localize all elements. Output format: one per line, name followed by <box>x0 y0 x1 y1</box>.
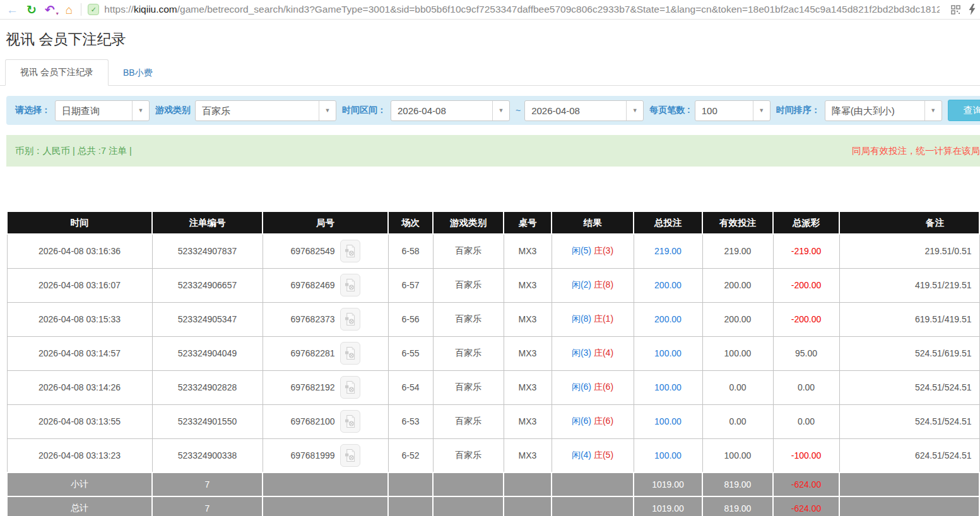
game-type-select[interactable]: 百家乐 ▼ <box>195 100 336 121</box>
payout-cell: 95.00 <box>773 336 839 370</box>
bet-id-cell: 523324907837 <box>152 234 263 268</box>
table-row: 2026-04-08 03:13:23523324900338697681999… <box>7 438 979 472</box>
address-bar[interactable]: https://kiqiiu.com/game/betrecord_search… <box>104 4 940 15</box>
url-domain: kiqiiu.com <box>134 4 177 15</box>
time-cell: 2026-04-08 03:14:57 <box>7 336 152 370</box>
footer-cell <box>552 496 634 516</box>
undo-icon[interactable]: ↶ <box>45 4 55 16</box>
valid-bet-cell: 100.00 <box>702 438 773 472</box>
note-cell: 524.51/524.51 <box>839 404 979 438</box>
payout-cell: -100.00 <box>773 438 839 472</box>
result-player: 闲(5) <box>572 245 591 255</box>
time-cell: 2026-04-08 03:15:33 <box>7 302 152 336</box>
footer-cell: 7 <box>152 472 263 496</box>
sort-value: 降幂(由大到小) <box>825 101 924 120</box>
undo-dropdown-caret-icon[interactable]: ▾ <box>56 11 59 19</box>
bet-id-cell: 523324901550 <box>152 404 263 438</box>
footer-cell <box>433 496 504 516</box>
tab-bb-tip[interactable]: BB小费 <box>109 61 167 86</box>
tab-bet-records[interactable]: 视讯 会员下注纪录 <box>5 59 109 86</box>
chevron-down-icon: ▼ <box>753 101 770 120</box>
result-player: 闲(8) <box>572 314 591 324</box>
footer-cell: -624.00 <box>773 496 839 516</box>
page-size-select[interactable]: 100 ▼ <box>695 100 770 121</box>
security-shield-icon[interactable]: ✓ <box>88 4 99 15</box>
column-header: 场次 <box>388 211 433 234</box>
result-banker: 庄(1) <box>594 314 613 324</box>
table-number-cell: MX3 <box>504 404 552 438</box>
footer-cell <box>552 472 634 496</box>
result-player: 闲(6) <box>572 382 591 392</box>
film-icon <box>344 346 356 360</box>
table-row: 2026-04-08 03:14:26523324902828697682192… <box>7 370 979 404</box>
footer-cell <box>388 472 433 496</box>
valid-bet-cell: 0.00 <box>702 404 773 438</box>
result-cell: 闲(5) 庄(3) <box>552 234 634 268</box>
footer-cell: -624.00 <box>773 472 839 496</box>
home-icon[interactable]: ⌂ <box>66 4 73 16</box>
valid-bet-cell: 219.00 <box>702 234 773 268</box>
game-type-value: 百家乐 <box>196 101 319 120</box>
query-type-select[interactable]: 日期查询 ▼ <box>55 100 150 121</box>
session-cell: 6-58 <box>388 234 433 268</box>
grand-total-row: 总计71019.00819.00-624.00 <box>7 496 979 516</box>
footer-cell <box>263 472 388 496</box>
date-from-value: 2026-04-08 <box>391 101 492 120</box>
bet-id-cell: 523324900338 <box>152 438 263 472</box>
refresh-icon[interactable]: ↻ <box>27 4 37 16</box>
date-range-tilde: ~ <box>516 105 521 115</box>
payout-cell: 0.00 <box>773 370 839 404</box>
footer-cell: 819.00 <box>702 472 773 496</box>
lightning-icon[interactable] <box>968 4 976 15</box>
video-replay-button[interactable] <box>340 274 360 296</box>
table-number-cell: MX3 <box>504 302 552 336</box>
round-id-cell: 697682549 <box>263 234 388 268</box>
result-banker: 庄(5) <box>594 450 613 460</box>
footer-cell <box>839 472 979 496</box>
result-player: 闲(2) <box>572 279 591 290</box>
sort-select[interactable]: 降幂(由大到小) ▼ <box>825 100 942 121</box>
qr-code-icon[interactable] <box>951 5 960 15</box>
result-banker: 庄(6) <box>594 416 613 426</box>
footer-cell <box>388 496 433 516</box>
time-cell: 2026-04-08 03:13:23 <box>7 438 152 472</box>
column-header: 注单编号 <box>152 211 263 234</box>
table-number-cell: MX3 <box>504 370 552 404</box>
game-type-cell: 百家乐 <box>433 370 504 404</box>
time-cell: 2026-04-08 03:13:55 <box>7 404 152 438</box>
game-type-cell: 百家乐 <box>433 404 504 438</box>
video-replay-button[interactable] <box>340 240 360 262</box>
result-cell: 闲(2) 庄(8) <box>552 268 634 302</box>
page-title: 视讯 会员下注纪录 <box>6 30 980 49</box>
video-replay-button[interactable] <box>340 308 360 331</box>
bet-id-cell: 523324906657 <box>152 268 263 302</box>
result-cell: 闲(6) 庄(6) <box>552 370 634 404</box>
date-from-select[interactable]: 2026-04-08 ▼ <box>391 100 510 121</box>
filter-bar: 请选择： 日期查询 ▼ 游戏类别 百家乐 ▼ 时间区间： 2026-04-08 … <box>6 96 980 125</box>
toolbar-divider <box>81 3 81 16</box>
bet-id-cell: 523324902828 <box>152 370 263 404</box>
video-replay-button[interactable] <box>340 444 360 467</box>
result-cell: 闲(8) 庄(1) <box>552 302 634 336</box>
result-cell: 闲(6) 庄(6) <box>552 404 634 438</box>
note-cell: 419.51/219.51 <box>839 268 979 302</box>
table-row: 2026-04-08 03:14:57523324904049697682281… <box>7 336 979 370</box>
footer-cell <box>263 496 388 516</box>
url-path: /game/betrecord_search/kind3?GameType=30… <box>177 4 940 15</box>
column-header: 总派彩 <box>773 211 839 234</box>
table-row: 2026-04-08 03:15:33523324905347697682373… <box>7 302 979 336</box>
chevron-down-icon: ▼ <box>492 101 509 120</box>
column-header: 有效投注 <box>702 211 773 234</box>
video-replay-button[interactable] <box>340 342 360 365</box>
browser-toolbar: ← ↻ ↶ ▾ ⌂ ✓ https://kiqiiu.com/game/betr… <box>0 0 980 20</box>
table-number-cell: MX3 <box>504 268 552 302</box>
game-type-cell: 百家乐 <box>433 302 504 336</box>
bet-records-table: 时间注单编号局号场次游戏类别桌号结果总投注有效投注总派彩备注 2026-04-0… <box>6 211 980 516</box>
video-replay-button[interactable] <box>340 410 360 433</box>
search-button[interactable]: 查询 <box>948 100 980 121</box>
video-replay-button[interactable] <box>340 376 360 399</box>
result-player: 闲(4) <box>572 450 591 460</box>
url-scheme: https:// <box>104 4 134 15</box>
date-to-select[interactable]: 2026-04-08 ▼ <box>524 100 644 121</box>
back-icon[interactable]: ← <box>6 4 18 16</box>
